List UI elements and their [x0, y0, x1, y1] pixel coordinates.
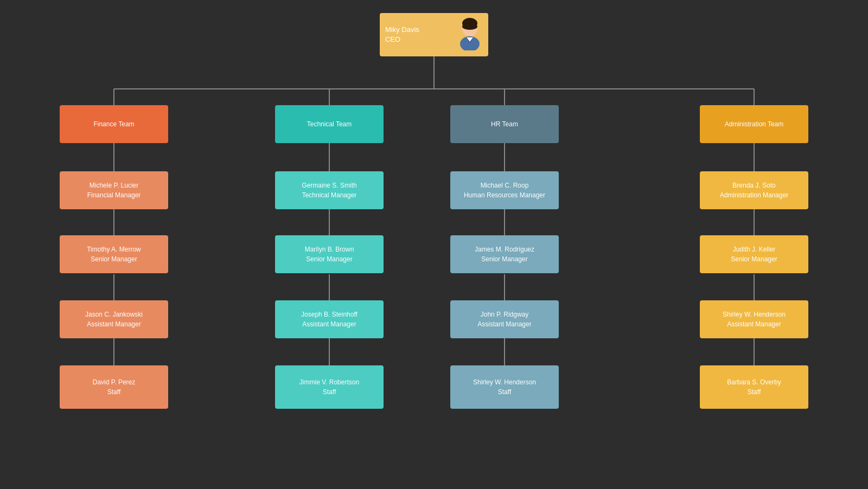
finance-member-2: Timothy A. Merrow Senior Manager — [60, 235, 168, 273]
admin-m1-name: Brenda J. Soto — [720, 181, 789, 190]
ceo-info: Miky Davis CEO — [385, 25, 419, 44]
technical-m1-role: Technical Manager — [302, 190, 356, 200]
hr-member-2: James M. Rodriguez Senior Manager — [450, 235, 559, 273]
admin-team-box: Administration Team — [700, 105, 808, 143]
technical-m3-name: Joseph B. Steinhoff — [301, 310, 358, 319]
finance-m3-role: Assistant Manager — [85, 319, 143, 329]
hr-m4-role: Staff — [473, 387, 536, 397]
finance-m2-name: Timothy A. Merrow — [87, 244, 141, 254]
svg-point-25 — [462, 23, 477, 30]
technical-team-label: Technical Team — [307, 119, 352, 129]
finance-m4-role: Staff — [93, 387, 136, 397]
admin-team-label: Administration Team — [725, 119, 784, 129]
technical-member-4: Jimmie V. Robertson Staff — [275, 365, 384, 409]
hr-member-4: Shirley W. Henderson Staff — [450, 365, 559, 409]
technical-m2-name: Marilyn B. Brown — [305, 244, 354, 254]
admin-member-1: Brenda J. Soto Administration Manager — [700, 171, 808, 209]
admin-m1-role: Administration Manager — [720, 190, 789, 200]
admin-m4-role: Staff — [727, 387, 781, 397]
technical-m3-role: Assistant Manager — [301, 319, 358, 329]
org-chart: Miky Davis CEO Finance Team Michele — [11, 9, 857, 480]
ceo-box: Miky Davis CEO — [380, 13, 488, 56]
ceo-title: CEO — [385, 35, 419, 44]
hr-team-label: HR Team — [491, 119, 518, 129]
finance-m3-name: Jason C. Jankowski — [85, 310, 143, 319]
hr-m3-role: Assistant Manager — [477, 319, 531, 329]
hr-m2-name: James M. Rodriguez — [475, 244, 534, 254]
technical-member-1: Germaine S. Smith Technical Manager — [275, 171, 384, 209]
admin-member-3: Shirley W. Henderson Assistant Manager — [700, 300, 808, 338]
technical-team-box: Technical Team — [275, 105, 384, 143]
technical-m2-role: Senior Manager — [305, 254, 354, 264]
technical-member-2: Marilyn B. Brown Senior Manager — [275, 235, 384, 273]
finance-m2-role: Senior Manager — [87, 254, 141, 264]
hr-m3-name: John P. Ridgway — [477, 310, 531, 319]
admin-member-4: Barbara S. Overby Staff — [700, 365, 808, 409]
hr-m2-role: Senior Manager — [475, 254, 534, 264]
admin-m2-role: Senior Manager — [731, 254, 777, 264]
finance-team-box: Finance Team — [60, 105, 168, 143]
admin-member-2: Judith J. Keller Senior Manager — [700, 235, 808, 273]
finance-member-4: David P. Perez Staff — [60, 365, 168, 409]
technical-m1-name: Germaine S. Smith — [302, 181, 356, 190]
finance-member-3: Jason C. Jankowski Assistant Manager — [60, 300, 168, 338]
finance-m4-name: David P. Perez — [93, 377, 136, 387]
hr-m1-name: Michael C. Roop — [464, 181, 545, 190]
technical-m4-role: Staff — [299, 387, 359, 397]
admin-m4-name: Barbara S. Overby — [727, 377, 781, 387]
hr-member-3: John P. Ridgway Assistant Manager — [450, 300, 559, 338]
finance-team-label: Finance Team — [93, 119, 134, 129]
finance-m1-name: Michele P. Lucier — [87, 181, 141, 190]
technical-member-3: Joseph B. Steinhoff Assistant Manager — [275, 300, 384, 338]
admin-m2-name: Judith J. Keller — [731, 244, 777, 254]
finance-member-1: Michele P. Lucier Financial Manager — [60, 171, 168, 209]
technical-m4-name: Jimmie V. Robertson — [299, 377, 359, 387]
admin-m3-role: Assistant Manager — [723, 319, 786, 329]
finance-m1-role: Financial Manager — [87, 190, 141, 200]
hr-team-box: HR Team — [450, 105, 559, 143]
hr-m4-name: Shirley W. Henderson — [473, 377, 536, 387]
ceo-avatar — [457, 16, 483, 53]
hr-m1-role: Human Resources Manager — [464, 190, 545, 200]
admin-m3-name: Shirley W. Henderson — [723, 310, 786, 319]
hr-member-1: Michael C. Roop Human Resources Manager — [450, 171, 559, 209]
ceo-name: Miky Davis — [385, 25, 419, 35]
